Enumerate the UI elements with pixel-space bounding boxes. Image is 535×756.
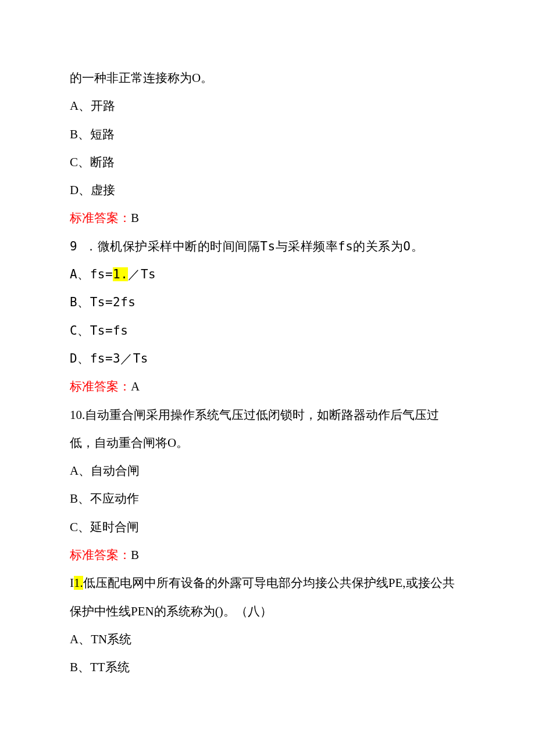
q9-a-prefix: A、fs= xyxy=(70,267,113,281)
q10-option-a: A、自动合闸 xyxy=(70,457,465,485)
q11-stem-line2: 保护中性线PEN的系统称为()。（八） xyxy=(70,597,465,625)
q8-option-d: D、虚接 xyxy=(70,176,465,204)
q8-option-a: A、开路 xyxy=(70,92,465,120)
q11-option-a: A、TN系统 xyxy=(70,625,465,653)
q10-option-c: C、延时合闸 xyxy=(70,513,465,541)
answer-label: 标准答案： xyxy=(70,379,131,393)
answer-value: B xyxy=(131,548,139,562)
q9-option-c: C、Ts=fs xyxy=(70,317,465,345)
q11-prefix: I xyxy=(70,576,74,590)
q9-option-d: D、fs=3／Ts xyxy=(70,345,465,372)
q11-option-b: B、TT系统 xyxy=(70,653,465,681)
q10-stem-line2: 低，自动重合闸将O。 xyxy=(70,429,465,457)
q11-stem-line1: I1.低压配电网中所有设备的外露可导电部分均接公共保护线PE,或接公共 xyxy=(70,569,465,597)
q9-a-suffix: ／Ts xyxy=(128,267,156,281)
q9-option-b: B、Ts=2fs xyxy=(70,288,465,316)
q9-option-a: A、fs=1.／Ts xyxy=(70,260,465,288)
q9-answer: 标准答案：A xyxy=(70,372,465,400)
q9-stem: 9 ．微机保护采样中断的时间间隔Ts与采样频率fs的关系为O。 xyxy=(70,232,465,260)
q10-stem-line1: 10.自动重合闸采用操作系统气压过低闭锁时，如断路器动作后气压过 xyxy=(70,401,465,429)
q8-stem-tail: 的一种非正常连接称为O。 xyxy=(70,64,465,92)
answer-label: 标准答案： xyxy=(70,211,131,225)
highlight-text: 1. xyxy=(113,267,128,281)
q8-option-b: B、短路 xyxy=(70,120,465,148)
highlight-text: 1. xyxy=(74,576,83,590)
q8-option-c: C、断路 xyxy=(70,148,465,176)
answer-label: 标准答案： xyxy=(70,548,131,562)
document-page: 的一种非正常连接称为O。 A、开路 B、短路 C、断路 D、虚接 标准答案：B … xyxy=(0,0,535,716)
answer-value: B xyxy=(131,211,139,225)
q10-answer: 标准答案：B xyxy=(70,541,465,569)
q11-suffix: 低压配电网中所有设备的外露可导电部分均接公共保护线PE,或接公共 xyxy=(83,576,455,590)
answer-value: A xyxy=(131,379,140,393)
q10-option-b: B、不应动作 xyxy=(70,485,465,513)
q8-answer: 标准答案：B xyxy=(70,204,465,232)
